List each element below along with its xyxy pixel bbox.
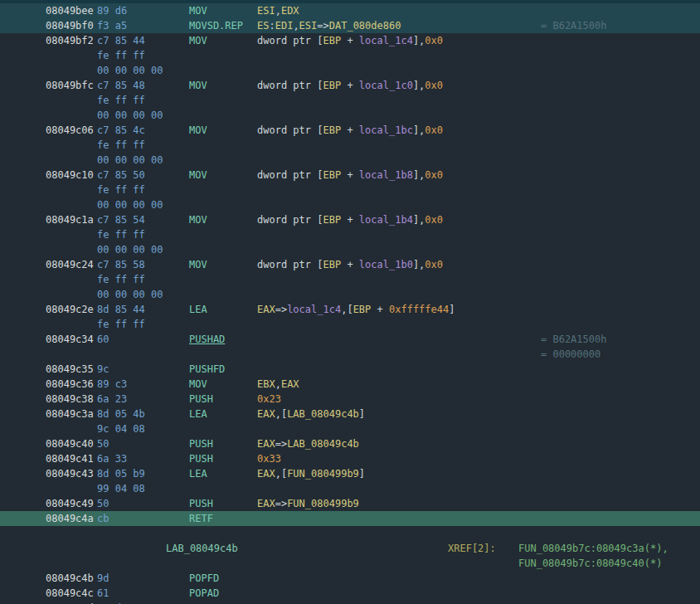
mnemonic: MOV (189, 3, 257, 18)
mnemonic: PUSH (189, 436, 257, 451)
instruction-row[interactable]: 00 00 00 00 (0, 108, 700, 123)
instruction-row[interactable]: 00 00 00 00 (0, 153, 700, 168)
instruction-row[interactable]: 08049bee89 d6MOVESI,EDX (0, 3, 700, 18)
instruction-row[interactable]: 08049c3a8d 05 4bLEAEAX,[LAB_08049c4b] (0, 407, 700, 421)
operand-token-sca: 0x23 (257, 393, 281, 405)
disassembly-listing: 08049bee89 d6MOVESI,EDX08049bf0f3 a5MOVS… (0, 0, 700, 604)
byte-codes: 6a 23 (97, 392, 189, 407)
mnemonic: MOV (189, 123, 257, 138)
byte-codes: 9c 04 08 (97, 421, 189, 436)
mnemonic (189, 227, 257, 242)
byte-codes: 00 00 00 00 (97, 63, 189, 78)
operands: dword ptr [EBP + local_1b4],0x0 (257, 212, 541, 227)
instruction-row[interactable]: fe ff ff (0, 138, 700, 153)
instruction-row[interactable]: 99 04 08 (0, 481, 700, 496)
instruction-row[interactable]: 08049c4acbRETF (0, 511, 700, 526)
mnemonic (189, 48, 257, 63)
listing-rows: 08049bee89 d6MOVESI,EDX08049bf0f3 a5MOVS… (0, 3, 700, 604)
eol-comment: = 00000000 (541, 347, 700, 362)
instruction-row[interactable]: 08049c4050PUSHEAX=>LAB_08049c4b (0, 436, 700, 451)
instruction-row[interactable]: 08049c10c7 85 50MOVdword ptr [EBP + loca… (0, 168, 700, 183)
address: 08049c34 (46, 332, 97, 347)
xref-row[interactable]: FUN_08049b7c:08049c40(*) (0, 556, 700, 571)
address (46, 48, 97, 63)
mnemonic: POPFD (189, 571, 257, 586)
operand-token-reg: EAX (257, 438, 275, 450)
operand-token-sca: 0x0 (425, 35, 443, 46)
eol-comment (541, 481, 700, 496)
operand-token-ref[interactable]: FUN_080499b9 (287, 498, 359, 509)
mnemonic (189, 242, 257, 257)
byte-codes: 00 00 00 00 (97, 197, 189, 212)
operand-token-ref[interactable]: DAT_080de860 (329, 20, 401, 32)
address: 08049c4c (46, 586, 97, 601)
instruction-row[interactable]: 08049c416a 33PUSH0x33 (0, 451, 700, 466)
instruction-row[interactable]: 08049bf2c7 85 44MOVdword ptr [EBP + loca… (0, 33, 700, 48)
byte-codes: 89 d8 (97, 601, 189, 604)
address: 08049c49 (46, 496, 97, 511)
instruction-row[interactable]: 08049c4b9dPOPFD (0, 571, 700, 586)
instruction-row[interactable]: fe ff ff (0, 272, 700, 287)
address: 08049bf0 (46, 18, 97, 33)
instruction-row[interactable]: 00 00 00 00 (0, 287, 700, 302)
instruction-row[interactable]: 00 00 00 00 (0, 242, 700, 257)
instruction-row[interactable]: 08049c3460PUSHAD= B62A1500h (0, 332, 700, 347)
instruction-row[interactable]: 08049c438d 05 b9LEAEAX,[FUN_080499b9] (0, 466, 700, 481)
eol-comment (541, 407, 700, 421)
instruction-row[interactable]: 08049c06c7 85 4cMOVdword ptr [EBP + loca… (0, 123, 700, 138)
instruction-row[interactable]: 00 00 00 00 (0, 197, 700, 212)
instruction-row[interactable]: 9c 04 08 (0, 421, 700, 436)
operand-token-var: local_1b4 (359, 214, 413, 226)
address (46, 153, 97, 168)
instruction-row[interactable]: fe ff ff (0, 227, 700, 242)
instruction-row[interactable]: 08049c4950PUSHEAX=>FUN_080499b9 (0, 496, 700, 511)
operand-token-sca: 0x33 (257, 453, 281, 465)
address: 08049c41 (46, 451, 97, 466)
operands (257, 287, 541, 302)
instruction-row[interactable]: 08049c2e8d 85 44LEAEAX=>local_1c4,[EBP +… (0, 302, 700, 317)
instruction-row[interactable]: fe ff ff (0, 183, 700, 197)
mnemonic (189, 183, 257, 197)
operand-token-sca: 0x0 (425, 169, 443, 181)
label-row[interactable]: LAB_08049c4bXREF[2]:FUN_08049b7c:08049c3… (0, 541, 700, 556)
instruction-row[interactable]: 08049c3689 c3MOVEBX,EAX (0, 377, 700, 392)
xref-count: XREF[2]: (448, 541, 496, 556)
label-def[interactable]: LAB_08049c4b (166, 541, 238, 556)
byte-codes: fe ff ff (97, 272, 189, 287)
instruction-row[interactable]: 08049c24c7 85 58MOVdword ptr [EBP + loca… (0, 257, 700, 272)
instruction-row[interactable]: 08049bfcc7 85 48MOVdword ptr [EBP + loca… (0, 78, 700, 93)
instruction-row[interactable]: = 00000000 (0, 347, 700, 362)
mnemonic (189, 93, 257, 108)
operands: EAX=>LAB_08049c4b (257, 436, 541, 451)
instruction-row[interactable]: fe ff ff (0, 317, 700, 332)
address (46, 287, 97, 302)
instruction-row[interactable]: fe ff ff (0, 48, 700, 63)
xref-target[interactable]: FUN_08049b7c:08049c3a(*), (518, 541, 668, 556)
operand-token-reg: EAX (257, 498, 275, 509)
instruction-row[interactable]: 00 00 00 00 (0, 63, 700, 78)
operand-token-var: local_1c4 (359, 35, 413, 46)
byte-codes: 00 00 00 00 (97, 153, 189, 168)
operand-token-reg: EAX (257, 408, 275, 420)
instruction-row[interactable]: 08049c1ac7 85 54MOVdword ptr [EBP + loca… (0, 212, 700, 227)
instruction-row[interactable]: fe ff ff (0, 93, 700, 108)
operand-token-reg: EAX (281, 378, 299, 390)
operands: dword ptr [EBP + local_1bc],0x0 (257, 123, 541, 138)
instruction-row[interactable]: 08049c359cPUSHFD (0, 362, 700, 377)
operand-token-ref[interactable]: FUN_080499b9 (287, 468, 359, 480)
instruction-row[interactable]: 08049c4c61POPAD (0, 586, 700, 601)
byte-codes: 00 00 00 00 (97, 287, 189, 302)
instruction-row[interactable]: 08049c386a 23PUSH0x23 (0, 392, 700, 407)
operand-token-txt: : (269, 20, 275, 32)
operand-token-ref[interactable]: LAB_08049c4b (287, 408, 359, 420)
eol-comment (541, 138, 700, 153)
instruction-row[interactable]: 08049c4d89 d8MOVEAX,EBX (0, 601, 700, 604)
xref-target[interactable]: FUN_08049b7c:08049c40(*) (518, 556, 662, 571)
byte-codes: c7 85 58 (97, 257, 189, 272)
eol-comment (541, 168, 700, 183)
operands: dword ptr [EBP + local_1b0],0x0 (257, 257, 541, 272)
operands: dword ptr [EBP + local_1c0],0x0 (257, 78, 541, 93)
instruction-row[interactable]: 08049bf0f3 a5MOVSD.REPES:EDI,ESI=>DAT_08… (0, 18, 700, 33)
operands: EAX,EBX (257, 601, 541, 604)
operand-token-ref[interactable]: LAB_08049c4b (287, 438, 359, 450)
